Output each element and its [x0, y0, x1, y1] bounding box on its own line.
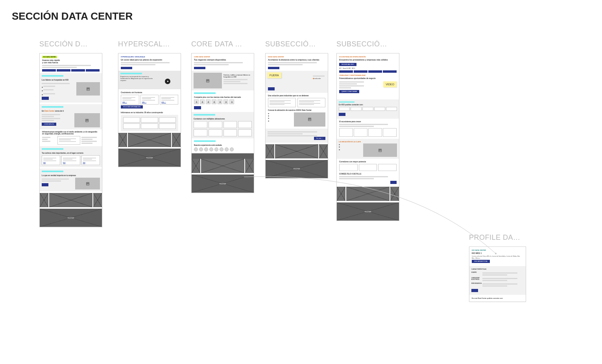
- headline: Acortamos la distancia entre tu empresa …: [268, 59, 325, 61]
- section-title: Infraestructura amigable con el medio am…: [42, 131, 100, 135]
- headline: Un socio ideal para tus planes de expans…: [121, 59, 178, 61]
- section-title: Tus activos más importantes, en el lugar…: [42, 152, 100, 154]
- section-cerca: Un Data Center cerca de ti CONOCERLOS: [40, 104, 102, 129]
- column-title: SUBSECCIÓ…: [336, 40, 399, 48]
- section-gray: Ver más →: [266, 129, 328, 143]
- column-subseccion-ecosistema: SUBSECCIÓ… ECOSISTEMA DE INTERCONEXIÓN E…: [336, 40, 399, 221]
- column-seccion-data: SECCIÓN D… KIO DATA CENTER Avanza más rá…: [39, 40, 102, 227]
- footer: FOOTER: [266, 160, 328, 178]
- grid-industries: [123, 117, 176, 129]
- cta-button[interactable]: [42, 97, 49, 100]
- column-core-data: CORE DATA … CORE DATA CENTER Tus negocio…: [191, 40, 254, 193]
- cta-button[interactable]: [268, 87, 275, 90]
- section-title: Nuestra experiencia está avalada: [194, 144, 251, 146]
- address: Carrera vehicular Toluca MX s/n, Lomas d…: [472, 256, 523, 259]
- svg-point-5: [225, 101, 226, 102]
- carousel: [118, 133, 181, 147]
- image-placeholder-icon: [363, 143, 397, 157]
- image-placeholder-icon: [76, 82, 100, 96]
- cta-button[interactable]: [339, 113, 345, 116]
- cta-button[interactable]: SOLICITAR INFORMACIÓN: [121, 105, 143, 108]
- section-title: En KIO podrás conectar con:: [339, 104, 397, 106]
- section-title: Comparte piso con las marcas más fuertes…: [194, 96, 251, 98]
- sticky-note-fuera[interactable]: FUERA: [267, 72, 281, 78]
- section-title: Un Data Center cerca de ti: [42, 110, 100, 112]
- section-title: Corredores con mayor potencia: [339, 161, 397, 163]
- play-icon: [165, 79, 170, 84]
- nav-row: [194, 67, 251, 69]
- section-ubicaciones: Contamos con múltiples ubicaciones: [192, 112, 254, 138]
- svg-point-0: [196, 101, 197, 102]
- cta-button[interactable]: [471, 289, 478, 292]
- logo-icon: [194, 99, 199, 104]
- location-grid: [194, 121, 252, 136]
- wireframe-seccion-data[interactable]: KIO DATA CENTER Avanza más rápido y con …: [39, 53, 102, 227]
- section-eyebrow: LA UBICACIÓN ES LA CLAVE: [339, 141, 397, 143]
- section-title: El ecosistema para crecer: [339, 121, 397, 123]
- wireframe-ecosistema[interactable]: ECOSISTEMA DE INTERCONEXIÓN Encuentra lo…: [336, 53, 399, 221]
- wireframe-hyperscalers[interactable]: HYPERSCALERS / WHOLESALE Un socio ideal …: [118, 53, 181, 167]
- section-title: Conoce la ubicación de nuestros EDGE Dat…: [268, 109, 325, 111]
- carousel: [337, 187, 399, 201]
- cta-button-top[interactable]: RECIBIR MÁS INFO: [339, 63, 356, 66]
- nav-row: [339, 70, 397, 73]
- svg-point-6: [231, 101, 232, 102]
- footer: FOOTER: [192, 175, 254, 193]
- icon-row: [339, 107, 397, 111]
- svg-point-1: [202, 101, 203, 102]
- column-title: CORE DATA …: [191, 40, 254, 48]
- eyebrow: EDGE DATA CENTER: [268, 56, 325, 58]
- section-hero: Centros, mallas y marcas líderes se hosp…: [192, 71, 254, 90]
- svg-point-2: [208, 101, 209, 102]
- section-conectar: En KIO podrás conectar con:: [337, 99, 399, 119]
- section-video: FUERA ◉ indicador: [266, 71, 328, 93]
- column-title: HYPERSCAL…: [118, 40, 181, 48]
- section-importa: Lo que en verdad importa en tu empresa: [40, 169, 102, 191]
- eyebrow: KIO DATA CENTER: [472, 249, 523, 251]
- side-title: Centros, mallas y marcas líderes se hosp…: [223, 74, 252, 78]
- section-title: Los líderes se hospedan en KIO: [42, 79, 100, 81]
- video-placeholder[interactable]: [157, 75, 179, 87]
- wireframe-profile[interactable]: KIO DATA CENTER KIO MEX 1 Carrera vehicu…: [469, 246, 526, 302]
- logo-row: [194, 99, 251, 104]
- sticky-note-video[interactable]: VIDEO: [383, 81, 397, 87]
- wireframe-edge[interactable]: EDGE DATA CENTER Acortamos la distancia …: [265, 53, 328, 178]
- section-experiencia: Experiencia construyendo los espacios y …: [118, 71, 181, 89]
- headline: Tus negocios siempre disponibles: [194, 59, 251, 61]
- cta-button[interactable]: [194, 106, 201, 109]
- carousel: [40, 193, 102, 207]
- section-activos: Tus activos más importantes, en el lugar…: [40, 146, 102, 167]
- wireframe-core-data[interactable]: CORE DATA CENTER Tus negocios siempre di…: [191, 53, 254, 193]
- cta-button[interactable]: QUIERO CONECTARME: [339, 90, 359, 93]
- svg-point-3: [214, 101, 214, 102]
- image-placeholder-icon: [294, 112, 325, 127]
- cta-button[interactable]: [42, 183, 48, 186]
- download-button[interactable]: DESCARGAR FICHA: [472, 260, 490, 263]
- image-placeholder-icon: [194, 73, 222, 88]
- column-hyperscalers: HYPERSCAL… HYPERSCALERS / WHOLESALE Un s…: [118, 40, 181, 167]
- footer-strip: [192, 153, 254, 159]
- headline: KIO MEX 1: [472, 252, 523, 254]
- column-profile-data: PROFILE DA… KIO DATA CENTER KIO MEX 1 Ca…: [469, 233, 526, 302]
- footer: FOOTER: [337, 202, 399, 221]
- column-title: PROFILE DA…: [469, 233, 526, 242]
- carousel: [192, 159, 254, 173]
- section-title: Lo que en verdad importa en tu empresa: [42, 175, 100, 176]
- headline: Avanza más rápido y con más fuerza: [42, 59, 100, 64]
- nav-row: [121, 67, 178, 69]
- image-placeholder-icon: [74, 113, 100, 127]
- section-title: Infórmanos en tu industria: 20 años cons…: [121, 112, 178, 114]
- spec-title: CARACTERÍSTICAS: [471, 268, 524, 270]
- spec-row: DISEÑO: [471, 272, 524, 276]
- section-title: Crecimiento sin fronteras: [121, 92, 178, 94]
- eyebrow: ECOSISTEMA DE INTERCONEXIÓN: [339, 56, 397, 58]
- column-subseccion-edge: SUBSECCIÓ… EDGE DATA CENTER Acortamos la…: [265, 40, 328, 178]
- nav-row: [42, 69, 100, 72]
- ver-mas-button[interactable]: Ver más →: [314, 137, 325, 140]
- cta-button[interactable]: [390, 181, 397, 184]
- footer: FOOTER: [118, 149, 181, 167]
- cta-button[interactable]: CONOCERLOS: [42, 123, 56, 126]
- image-placeholder-icon: [75, 178, 100, 189]
- foot-text: En este Data Center podrás conectar con:: [472, 297, 523, 299]
- footer: FOOTER: [40, 209, 102, 227]
